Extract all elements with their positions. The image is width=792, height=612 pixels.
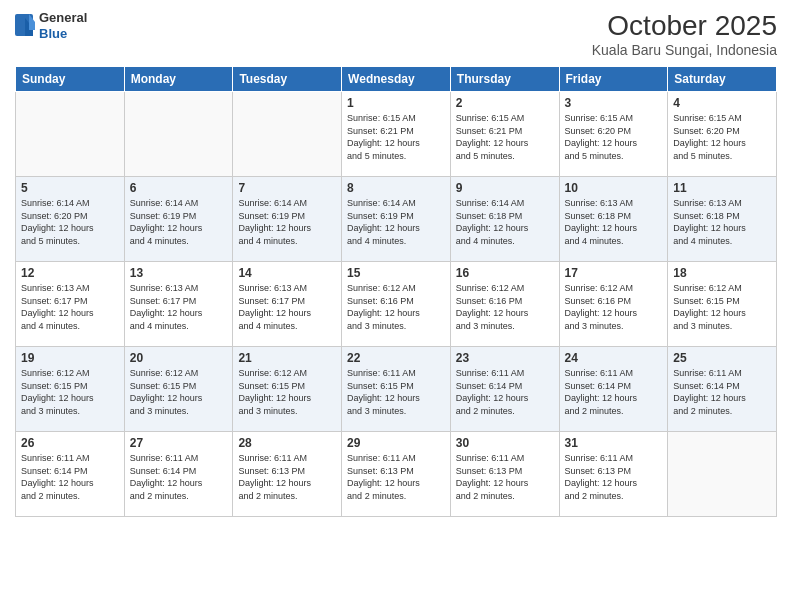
day-info: Sunrise: 6:14 AM Sunset: 6:19 PM Dayligh… <box>130 197 228 247</box>
col-wednesday: Wednesday <box>342 67 451 92</box>
day-info: Sunrise: 6:13 AM Sunset: 6:17 PM Dayligh… <box>130 282 228 332</box>
day-number: 4 <box>673 96 771 110</box>
day-number: 29 <box>347 436 445 450</box>
table-row: 4Sunrise: 6:15 AM Sunset: 6:20 PM Daylig… <box>668 92 777 177</box>
day-number: 7 <box>238 181 336 195</box>
day-number: 28 <box>238 436 336 450</box>
col-saturday: Saturday <box>668 67 777 92</box>
day-number: 30 <box>456 436 554 450</box>
day-info: Sunrise: 6:14 AM Sunset: 6:20 PM Dayligh… <box>21 197 119 247</box>
day-number: 17 <box>565 266 663 280</box>
logo-icon <box>15 14 35 38</box>
day-number: 31 <box>565 436 663 450</box>
table-row: 1Sunrise: 6:15 AM Sunset: 6:21 PM Daylig… <box>342 92 451 177</box>
day-info: Sunrise: 6:11 AM Sunset: 6:14 PM Dayligh… <box>456 367 554 417</box>
table-row <box>668 432 777 517</box>
day-info: Sunrise: 6:15 AM Sunset: 6:20 PM Dayligh… <box>673 112 771 162</box>
table-row: 31Sunrise: 6:11 AM Sunset: 6:13 PM Dayli… <box>559 432 668 517</box>
day-number: 11 <box>673 181 771 195</box>
table-row <box>16 92 125 177</box>
table-row: 15Sunrise: 6:12 AM Sunset: 6:16 PM Dayli… <box>342 262 451 347</box>
day-number: 16 <box>456 266 554 280</box>
table-row: 29Sunrise: 6:11 AM Sunset: 6:13 PM Dayli… <box>342 432 451 517</box>
table-row: 16Sunrise: 6:12 AM Sunset: 6:16 PM Dayli… <box>450 262 559 347</box>
day-number: 10 <box>565 181 663 195</box>
day-info: Sunrise: 6:12 AM Sunset: 6:16 PM Dayligh… <box>456 282 554 332</box>
col-thursday: Thursday <box>450 67 559 92</box>
table-row: 19Sunrise: 6:12 AM Sunset: 6:15 PM Dayli… <box>16 347 125 432</box>
day-info: Sunrise: 6:12 AM Sunset: 6:15 PM Dayligh… <box>238 367 336 417</box>
logo-general: General <box>39 10 87 26</box>
table-row: 9Sunrise: 6:14 AM Sunset: 6:18 PM Daylig… <box>450 177 559 262</box>
title-block: October 2025 Kuala Baru Sungai, Indonesi… <box>592 10 777 58</box>
table-row <box>124 92 233 177</box>
day-info: Sunrise: 6:11 AM Sunset: 6:14 PM Dayligh… <box>673 367 771 417</box>
day-info: Sunrise: 6:13 AM Sunset: 6:17 PM Dayligh… <box>238 282 336 332</box>
day-number: 6 <box>130 181 228 195</box>
day-info: Sunrise: 6:15 AM Sunset: 6:21 PM Dayligh… <box>456 112 554 162</box>
day-info: Sunrise: 6:11 AM Sunset: 6:13 PM Dayligh… <box>456 452 554 502</box>
table-row: 13Sunrise: 6:13 AM Sunset: 6:17 PM Dayli… <box>124 262 233 347</box>
day-info: Sunrise: 6:12 AM Sunset: 6:15 PM Dayligh… <box>130 367 228 417</box>
table-row: 3Sunrise: 6:15 AM Sunset: 6:20 PM Daylig… <box>559 92 668 177</box>
day-number: 9 <box>456 181 554 195</box>
day-info: Sunrise: 6:12 AM Sunset: 6:16 PM Dayligh… <box>565 282 663 332</box>
day-info: Sunrise: 6:11 AM Sunset: 6:14 PM Dayligh… <box>565 367 663 417</box>
month-title: October 2025 <box>592 10 777 42</box>
table-row: 24Sunrise: 6:11 AM Sunset: 6:14 PM Dayli… <box>559 347 668 432</box>
day-info: Sunrise: 6:12 AM Sunset: 6:15 PM Dayligh… <box>673 282 771 332</box>
day-info: Sunrise: 6:11 AM Sunset: 6:13 PM Dayligh… <box>565 452 663 502</box>
day-number: 8 <box>347 181 445 195</box>
logo: General Blue <box>15 10 87 41</box>
day-number: 3 <box>565 96 663 110</box>
calendar-week-row: 1Sunrise: 6:15 AM Sunset: 6:21 PM Daylig… <box>16 92 777 177</box>
day-number: 19 <box>21 351 119 365</box>
col-tuesday: Tuesday <box>233 67 342 92</box>
col-monday: Monday <box>124 67 233 92</box>
day-info: Sunrise: 6:13 AM Sunset: 6:17 PM Dayligh… <box>21 282 119 332</box>
page-header: General Blue October 2025 Kuala Baru Sun… <box>15 10 777 58</box>
table-row: 17Sunrise: 6:12 AM Sunset: 6:16 PM Dayli… <box>559 262 668 347</box>
day-number: 21 <box>238 351 336 365</box>
table-row: 10Sunrise: 6:13 AM Sunset: 6:18 PM Dayli… <box>559 177 668 262</box>
day-info: Sunrise: 6:12 AM Sunset: 6:16 PM Dayligh… <box>347 282 445 332</box>
calendar-week-row: 5Sunrise: 6:14 AM Sunset: 6:20 PM Daylig… <box>16 177 777 262</box>
day-number: 23 <box>456 351 554 365</box>
table-row: 28Sunrise: 6:11 AM Sunset: 6:13 PM Dayli… <box>233 432 342 517</box>
day-number: 1 <box>347 96 445 110</box>
calendar-table: Sunday Monday Tuesday Wednesday Thursday… <box>15 66 777 517</box>
table-row: 25Sunrise: 6:11 AM Sunset: 6:14 PM Dayli… <box>668 347 777 432</box>
day-number: 5 <box>21 181 119 195</box>
logo-text: General Blue <box>39 10 87 41</box>
day-info: Sunrise: 6:11 AM Sunset: 6:14 PM Dayligh… <box>21 452 119 502</box>
day-number: 15 <box>347 266 445 280</box>
table-row: 20Sunrise: 6:12 AM Sunset: 6:15 PM Dayli… <box>124 347 233 432</box>
day-number: 22 <box>347 351 445 365</box>
day-number: 24 <box>565 351 663 365</box>
day-number: 12 <box>21 266 119 280</box>
table-row: 22Sunrise: 6:11 AM Sunset: 6:15 PM Dayli… <box>342 347 451 432</box>
day-info: Sunrise: 6:15 AM Sunset: 6:20 PM Dayligh… <box>565 112 663 162</box>
table-row: 11Sunrise: 6:13 AM Sunset: 6:18 PM Dayli… <box>668 177 777 262</box>
table-row: 21Sunrise: 6:12 AM Sunset: 6:15 PM Dayli… <box>233 347 342 432</box>
day-number: 25 <box>673 351 771 365</box>
calendar-week-row: 19Sunrise: 6:12 AM Sunset: 6:15 PM Dayli… <box>16 347 777 432</box>
day-info: Sunrise: 6:14 AM Sunset: 6:19 PM Dayligh… <box>347 197 445 247</box>
table-row: 14Sunrise: 6:13 AM Sunset: 6:17 PM Dayli… <box>233 262 342 347</box>
logo-blue: Blue <box>39 26 87 42</box>
table-row: 8Sunrise: 6:14 AM Sunset: 6:19 PM Daylig… <box>342 177 451 262</box>
calendar-week-row: 12Sunrise: 6:13 AM Sunset: 6:17 PM Dayli… <box>16 262 777 347</box>
table-row: 6Sunrise: 6:14 AM Sunset: 6:19 PM Daylig… <box>124 177 233 262</box>
table-row: 12Sunrise: 6:13 AM Sunset: 6:17 PM Dayli… <box>16 262 125 347</box>
day-info: Sunrise: 6:11 AM Sunset: 6:13 PM Dayligh… <box>238 452 336 502</box>
day-info: Sunrise: 6:13 AM Sunset: 6:18 PM Dayligh… <box>673 197 771 247</box>
day-number: 13 <box>130 266 228 280</box>
day-number: 18 <box>673 266 771 280</box>
day-number: 2 <box>456 96 554 110</box>
location: Kuala Baru Sungai, Indonesia <box>592 42 777 58</box>
table-row: 2Sunrise: 6:15 AM Sunset: 6:21 PM Daylig… <box>450 92 559 177</box>
table-row: 26Sunrise: 6:11 AM Sunset: 6:14 PM Dayli… <box>16 432 125 517</box>
day-info: Sunrise: 6:12 AM Sunset: 6:15 PM Dayligh… <box>21 367 119 417</box>
table-row: 23Sunrise: 6:11 AM Sunset: 6:14 PM Dayli… <box>450 347 559 432</box>
day-info: Sunrise: 6:11 AM Sunset: 6:15 PM Dayligh… <box>347 367 445 417</box>
